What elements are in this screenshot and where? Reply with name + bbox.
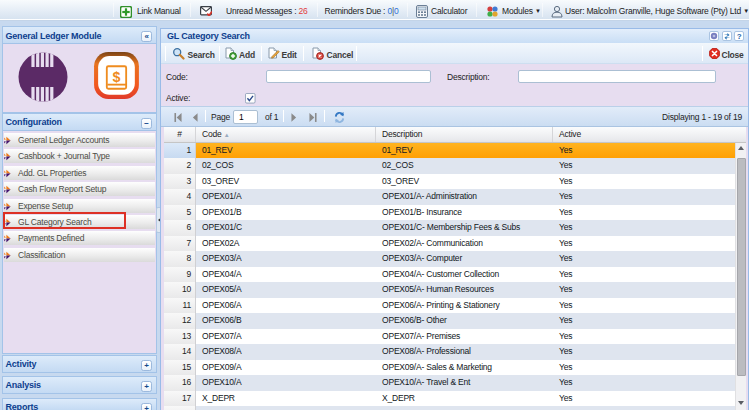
svg-text:$: $ — [113, 69, 121, 85]
